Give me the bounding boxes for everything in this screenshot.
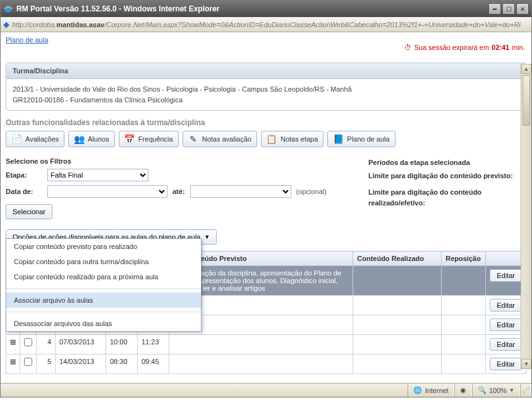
notas-avaliacao-label: Notas avaliação — [202, 135, 251, 143]
maximize-button[interactable]: ☐ — [502, 3, 515, 15]
cell-conteudo-realizado — [353, 355, 442, 374]
options-dropdown-menu: Copiar conteúdo previsto para realizado … — [6, 238, 202, 332]
cell-reposicao — [442, 335, 486, 355]
zoom-segment[interactable]: 🔍 100% ▼ — [472, 384, 520, 397]
edit-button[interactable]: Editar — [490, 299, 522, 312]
window-title: RM Portal Versão 11.52.56.0 - Windows In… — [16, 4, 488, 13]
close-button[interactable]: ✕ — [516, 3, 529, 15]
table-row: ⊞407/03/201310:0011:23Editar — [6, 335, 526, 355]
zoom-value: 100% — [489, 387, 507, 394]
menu-copiar-outra-turma[interactable]: Copiar conteúdo para outra turma/discipl… — [6, 254, 201, 269]
notas-avaliacao-button[interactable]: ✎Notas avaliação — [183, 131, 257, 147]
status-bar: 🌐 Internet ◉ 🔍 100% ▼ ⋰ — [1, 383, 531, 397]
cell-aula: 5 — [37, 355, 56, 374]
cell-conteudo-realizado — [353, 335, 442, 355]
url-text[interactable]: http://cordoba.mantidas.asav/Corpore.Net… — [12, 21, 529, 28]
row-checkbox[interactable] — [24, 358, 32, 366]
filters-section: Selecione os Filtros Etapa: Falta Final … — [6, 157, 356, 219]
protected-mode-segment: ◉ — [454, 384, 472, 397]
cell-conteudo-realizado — [353, 266, 442, 296]
notas-etapa-label: Notas etapa — [281, 135, 318, 143]
session-expiry-warning: ⏱ Sua sessão expirará em 02:41 min. — [404, 44, 525, 51]
row-checkbox[interactable] — [24, 338, 32, 346]
cell-conteudo-previsto — [169, 335, 353, 355]
periods-previsto-label: Limite para digitação do conteúdo previs… — [368, 172, 513, 179]
page-favicon-icon: ◆ — [3, 20, 9, 29]
people-icon: 👥 — [74, 134, 84, 144]
avaliacoes-label: Avaliações — [25, 135, 59, 143]
expand-icon[interactable]: ⊞ — [10, 358, 16, 365]
title-bar: RM Portal Versão 11.52.56.0 - Windows In… — [1, 1, 531, 17]
edit-button[interactable]: Editar — [490, 358, 522, 370]
frequencia-button[interactable]: 📅Frequência — [119, 131, 179, 147]
cell-data: 07/03/2013 — [56, 335, 106, 355]
session-suffix: min. — [512, 44, 525, 51]
svg-point-0 — [4, 5, 12, 13]
filters-periods-row: Selecione os Filtros Etapa: Falta Final … — [6, 157, 526, 219]
data-ate-select[interactable] — [190, 185, 291, 198]
list-icon: 📋 — [267, 134, 277, 144]
session-time: 02:41 — [492, 44, 509, 51]
edit-button[interactable]: Editar — [490, 318, 522, 331]
url-suffix: /Corpore.Net/Main.aspx?ShowMode=0&Action… — [104, 21, 521, 28]
calendar-icon: 📅 — [124, 134, 135, 144]
data-de-label: Data de: — [6, 188, 42, 195]
scroll-up-arrow-icon[interactable]: ▲ — [521, 64, 531, 74]
etapa-select[interactable]: Falta Final — [47, 169, 148, 181]
alunos-label: Alunos — [88, 135, 109, 143]
address-bar: ◆ http://cordoba.mantidas.asav/Corpore.N… — [1, 17, 531, 32]
edit-button[interactable]: Editar — [490, 338, 522, 351]
plano-aula-button[interactable]: 📘Plano de aula — [327, 131, 395, 147]
cell-reposicao — [442, 296, 486, 315]
menu-copiar-realizado-proxima[interactable]: Copiar conteúdo realizado para a próxima… — [6, 269, 201, 284]
menu-copiar-previsto-realizado[interactable]: Copiar conteúdo previsto para realizado — [6, 239, 201, 254]
alunos-button[interactable]: 👥Alunos — [68, 131, 115, 147]
menu-desassociar-arquivos[interactable]: Desassociar arquivos das aulas — [6, 316, 201, 331]
menu-separator2 — [6, 312, 201, 312]
cell-reposicao — [442, 315, 486, 335]
cell-inicio: 10:00 — [106, 335, 138, 355]
plano-aula-label: Plano de aula — [347, 135, 389, 143]
shield-icon: ◉ — [460, 386, 466, 394]
ate-label: até: — [172, 188, 185, 195]
date-row: Data de: até: (opcional) — [6, 185, 356, 198]
etapa-label: Etapa: — [6, 171, 42, 179]
resize-grip[interactable]: ⋰ — [520, 384, 531, 397]
book-icon: 📘 — [333, 134, 343, 144]
data-de-select[interactable] — [47, 185, 167, 198]
cell-aula: 4 — [37, 335, 56, 355]
pencil-icon: ✎ — [188, 134, 198, 144]
selecionar-button[interactable]: Selecionar — [6, 204, 52, 219]
edit-button[interactable]: Editar — [490, 269, 522, 282]
periods-section: Períodos da etapa selecionada Limite par… — [368, 157, 526, 219]
minimize-button[interactable]: ━ — [488, 3, 501, 15]
etapa-row: Etapa: Falta Final — [6, 169, 356, 181]
browser-window: RM Portal Versão 11.52.56.0 - Windows In… — [0, 0, 532, 397]
expand-icon[interactable]: ⊞ — [10, 338, 16, 346]
avaliacoes-button[interactable]: 📄Avaliações — [6, 131, 64, 147]
col-conteudo-realizado: Conteúdo Realizado — [353, 252, 442, 266]
vertical-scrollbar[interactable]: ▲ ▼ — [521, 64, 531, 369]
panel-line1: 2013/1 - Universidade do Vale do Rio dos… — [13, 84, 519, 95]
frequencia-label: Frequência — [138, 135, 173, 143]
scroll-down-arrow-icon[interactable]: ▼ — [521, 359, 531, 369]
turma-disciplina-panel: Turma/Disciplina 2013/1 - Universidade d… — [6, 63, 526, 111]
cell-termino: 09:45 — [138, 355, 169, 374]
menu-associar-arquivo[interactable]: Associar arquivo às aulas — [6, 293, 201, 308]
scroll-thumb[interactable] — [523, 75, 530, 126]
panel-title: Turma/Disciplina — [6, 63, 526, 79]
url-host: mantidas.asav — [56, 21, 104, 28]
cell-reposicao — [442, 266, 486, 296]
filters-title: Selecione os Filtros — [6, 157, 356, 165]
panel-body: 2013/1 - Universidade do Vale do Rio dos… — [6, 79, 526, 110]
cell-termino: 11:23 — [138, 335, 169, 355]
session-prefix: Sua sessão expirará em — [414, 44, 489, 51]
breadcrumb-plano-aula[interactable]: Plano de aula — [6, 36, 48, 44]
function-toolbar: 📄Avaliações 👥Alunos 📅Frequência ✎Notas a… — [6, 131, 526, 147]
cell-reposicao — [442, 355, 486, 374]
notas-etapa-button[interactable]: 📋Notas etapa — [261, 131, 323, 147]
cell-inicio: 08:30 — [106, 355, 138, 374]
url-prefix: http://cordoba. — [12, 21, 56, 28]
chevron-down-icon: ▼ — [204, 234, 210, 240]
cell-conteudo-previsto — [169, 355, 353, 374]
